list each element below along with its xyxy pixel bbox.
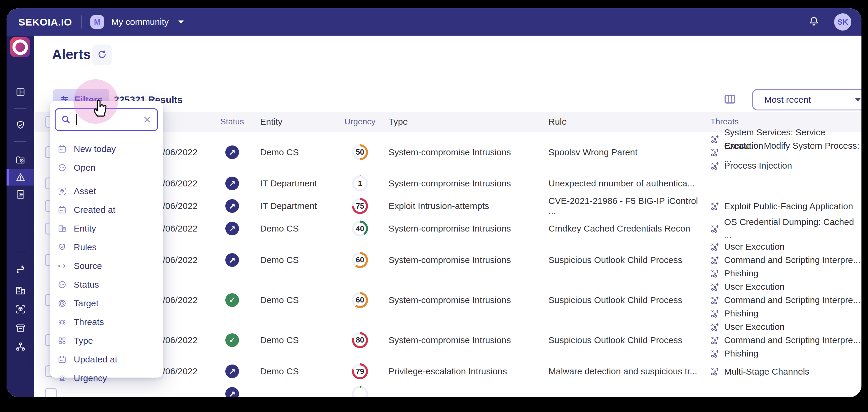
box-scan-icon [15, 304, 26, 315]
brand-logo: SEKOIA.IO [19, 16, 72, 28]
filter-item-threats[interactable]: Threats [50, 313, 163, 331]
tactic-icon [710, 309, 720, 318]
tactic-icon [710, 349, 720, 358]
sidebar-item-security[interactable] [6, 117, 34, 134]
threat-item: OS Credential Dumping: Cached ... [710, 222, 862, 235]
sidebar-item-entities[interactable] [6, 282, 34, 299]
type-grid-icon [58, 336, 67, 345]
archive-box-icon [15, 323, 26, 333]
threat-item: User Execution [710, 240, 862, 253]
filter-item-entity[interactable]: Entity [50, 219, 163, 238]
cell-rule: Malware detection and suspicious tr... [542, 366, 703, 376]
filter-item-asset[interactable]: Asset [50, 182, 163, 200]
urgency-gauge: 50 [352, 144, 368, 160]
logo-ring-icon [12, 39, 28, 55]
status-badge [225, 145, 239, 159]
threat-item: Create or Modify System Process: ... [710, 145, 862, 159]
filter-item-rules[interactable]: Rules [50, 238, 163, 256]
threat-item: Command and Scripting Interpre... [710, 293, 862, 307]
cell-threats: Multi-Stage Channels [703, 365, 862, 378]
col-header-status[interactable]: Status [214, 117, 250, 127]
cell-type: System-compromise Intrusions [381, 255, 542, 265]
sort-dropdown[interactable]: Most recent [752, 89, 862, 110]
app-logo[interactable] [10, 37, 30, 57]
urgency-gauge: 1 [352, 175, 368, 192]
notifications-bell-icon[interactable] [808, 15, 820, 29]
threat-item: User Execution [710, 280, 862, 293]
filter-item-target[interactable]: Target [50, 294, 163, 313]
cell-threats: OS Credential Dumping: Cached ... [703, 222, 862, 235]
tactic-icon [710, 282, 720, 291]
tactic-icon [710, 367, 720, 376]
sidebar-item-dashboard[interactable] [6, 84, 34, 100]
tactic-icon [710, 322, 720, 332]
status-badge [225, 177, 239, 190]
community-switcher[interactable]: M My community [90, 15, 183, 29]
col-header-threats[interactable]: Threats [703, 117, 862, 127]
target-icon [58, 299, 67, 308]
status-circle-icon [58, 280, 67, 289]
col-header-entity[interactable]: Entity [250, 117, 339, 127]
sidebar-item-community[interactable] [6, 338, 34, 355]
filter-item-new-today[interactable]: New today [50, 139, 163, 158]
cell-entity: Demo CS [250, 366, 339, 376]
cell-type: System-compromise Intrusions [381, 178, 542, 188]
tactic-icon [710, 335, 720, 345]
filter-item-updated-at[interactable]: Updated at [50, 350, 163, 369]
cell-rule: Suspicious Outlook Child Process [542, 295, 703, 305]
chevron-down-icon [855, 98, 861, 102]
cell-entity: Demo CS [250, 335, 339, 345]
search-icon [61, 114, 71, 125]
calendar-icon [58, 144, 67, 153]
user-avatar[interactable]: SK [834, 13, 851, 31]
cell-entity: Demo CS [250, 295, 339, 305]
filter-item-urgency[interactable]: Urgency [50, 369, 163, 387]
columns-toggle-icon[interactable] [723, 93, 736, 107]
chevron-down-icon [178, 21, 184, 24]
cell-entity: Demo CS [250, 147, 339, 157]
cell-threats: System Services: Service Execution Creat… [703, 132, 862, 172]
refresh-icon [97, 49, 107, 60]
refresh-button[interactable] [92, 44, 112, 65]
cell-entity: Demo CS [250, 224, 339, 234]
building-icon [15, 285, 26, 296]
cell-entity: IT Department [250, 201, 339, 211]
shield-check-icon [15, 120, 26, 131]
col-header-rule[interactable]: Rule [542, 117, 703, 127]
filter-item-created-at[interactable]: Created at [50, 200, 163, 219]
community-name: My community [111, 17, 168, 27]
text-cursor [76, 114, 77, 125]
bug-icon [58, 318, 67, 327]
screen: SEKOIA.IO M My community SK [0, 0, 868, 412]
threat-item: Exploit Public-Facing Application [710, 200, 862, 213]
clear-search-icon[interactable] [143, 115, 152, 124]
building-icon [58, 224, 67, 233]
sidebar-divider [14, 252, 27, 252]
filter-item-source[interactable]: Source [50, 256, 163, 275]
box-scan-icon [58, 187, 67, 196]
filter-search-input[interactable] [55, 108, 158, 131]
status-circle-icon [58, 163, 67, 172]
filter-item-open[interactable]: Open [50, 158, 163, 177]
filter-menu: New today Open Asset Created at Entity R… [50, 139, 163, 387]
status-badge [225, 199, 239, 213]
col-header-urgency[interactable]: Urgency [339, 117, 381, 127]
sidebar-item-archive[interactable] [6, 320, 34, 336]
col-header-type[interactable]: Type [381, 117, 542, 127]
cell-entity: Demo CS [250, 255, 339, 265]
cell-rule: Suspicious Outlook Child Process [542, 335, 703, 345]
filter-item-type[interactable]: Type [50, 331, 163, 350]
dashboard-icon [15, 87, 26, 97]
sort-selected-value: Most recent [764, 95, 811, 105]
cell-rule: Spoolsv Wrong Parent [542, 147, 703, 157]
sidebar-item-alerts[interactable] [6, 169, 34, 185]
threat-item: Command and Scripting Interpre... [710, 333, 862, 347]
tactic-icon [710, 147, 720, 157]
folder-watch-icon [15, 154, 26, 165]
sidebar-item-cases[interactable] [6, 186, 34, 203]
filter-item-status[interactable]: Status [50, 275, 163, 294]
row-checkbox[interactable] [45, 388, 57, 397]
sidebar-item-investigations[interactable] [6, 152, 34, 168]
sidebar-item-intake-routes[interactable] [6, 262, 34, 278]
sidebar-item-assets[interactable] [6, 301, 34, 318]
